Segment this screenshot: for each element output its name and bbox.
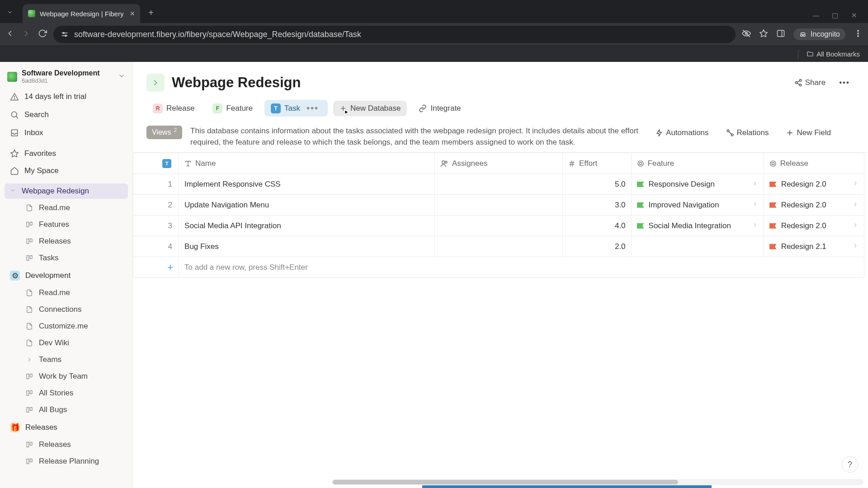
address-bar[interactable]: software-development.fibery.io/fibery/sp… (53, 26, 736, 43)
incognito-badge[interactable]: Incognito (793, 28, 845, 40)
back-icon[interactable] (5, 29, 14, 40)
task-name-cell[interactable]: Social Media API Integration (179, 216, 434, 236)
sidebar-item-all-bugs[interactable]: All Bugs (5, 402, 128, 418)
chevron-right-icon[interactable] (752, 201, 758, 210)
close-window-icon[interactable]: ✕ (850, 11, 858, 19)
sidebar-item-customize-me[interactable]: Customize.me (5, 319, 128, 334)
db-tab-task[interactable]: T Task ••• (264, 100, 328, 117)
feature-cell[interactable]: Improved Navigation (632, 195, 764, 215)
new-tab-button[interactable]: + (144, 5, 158, 20)
release-cell[interactable]: Redesign 2.1 (764, 236, 864, 257)
table-row[interactable]: 1 Implement Responsive CSS 5.0 Responsiv… (133, 174, 864, 195)
sidebar-space-development[interactable]: ⚙Development (5, 267, 128, 284)
sidebar-item-read-me[interactable]: Read.me (5, 285, 128, 300)
views-button[interactable]: Views 2 (146, 126, 182, 139)
sidebar-item-dev-wiki[interactable]: Dev Wiki (5, 335, 128, 351)
automations-button[interactable]: Automations (651, 126, 713, 140)
col-release-label: Release (780, 159, 808, 168)
col-header-feature[interactable]: Feature (631, 153, 764, 174)
col-header-assignees[interactable]: Assignees (435, 153, 563, 174)
sidebar-inbox[interactable]: Inbox (5, 125, 128, 141)
chevron-right-icon[interactable] (852, 180, 859, 189)
tab-search-dropdown[interactable] (5, 7, 15, 18)
table-row[interactable]: 2 Update Navigation Menu 3.0 Improved Na… (133, 195, 864, 216)
sidebar-space-releases[interactable]: 🎁Releases (5, 419, 128, 436)
effort-cell[interactable]: 2.0 (563, 236, 631, 257)
integrate-button[interactable]: Integrate (412, 101, 467, 116)
release-cell[interactable]: Redesign 2.0 (764, 174, 864, 194)
sidebar-item-connections[interactable]: Connections (5, 302, 128, 317)
table-row[interactable]: 4 Bug Fixes 2.0 Redesign 2.1 (133, 236, 864, 257)
task-name-cell[interactable]: Update Navigation Menu (179, 195, 434, 215)
db-tab-feature[interactable]: F Feature (206, 100, 259, 117)
database-description[interactable]: This database contains information about… (190, 126, 642, 148)
bookmark-star-icon[interactable] (759, 29, 768, 40)
feature-cell[interactable]: Responsive Design (632, 174, 764, 194)
feature-cell[interactable] (632, 236, 764, 257)
sidebar-item-tasks[interactable]: Tasks (5, 250, 128, 266)
col-header-name[interactable]: Name (179, 153, 435, 174)
sidebar-item-releases[interactable]: Releases (5, 234, 128, 249)
site-settings-icon[interactable] (61, 30, 69, 38)
feature-name: Improved Navigation (649, 201, 719, 210)
table-row[interactable]: 3 Social Media API Integration 4.0 Socia… (133, 216, 864, 236)
feature-cell[interactable]: Social Media Integration (632, 216, 764, 236)
close-tab-icon[interactable]: × (130, 9, 135, 19)
assignees-cell[interactable] (435, 195, 562, 215)
chevron-right-icon[interactable] (752, 221, 758, 230)
sidebar-item-work-by-team[interactable]: Work by Team (5, 369, 128, 384)
assignees-cell[interactable] (435, 174, 562, 194)
minimize-icon[interactable]: ― (812, 11, 820, 19)
new-row-plus[interactable]: + (133, 257, 179, 278)
col-header-release[interactable]: Release (764, 153, 864, 174)
release-cell[interactable]: Redesign 2.0 (764, 216, 864, 236)
page-menu-button[interactable]: ••• (835, 75, 854, 90)
side-panel-icon[interactable] (776, 29, 785, 40)
sidebar-item-teams[interactable]: Teams (5, 352, 128, 367)
assignees-cell[interactable] (435, 236, 562, 257)
assignees-cell[interactable] (435, 216, 562, 236)
browser-tab[interactable]: Webpage Redesign | Fibery × (23, 4, 140, 23)
sidebar-item-read-me[interactable]: Read.me (5, 200, 128, 216)
col-header-effort[interactable]: Effort (562, 153, 631, 174)
new-database-button[interactable]: New Database (333, 101, 407, 116)
sidebar-my-space[interactable]: My Space (5, 163, 128, 179)
help-fab[interactable]: ? (842, 456, 858, 473)
sidebar-item-releases[interactable]: Releases (5, 437, 128, 452)
new-field-button[interactable]: New Field (781, 126, 835, 140)
db-tab-release[interactable]: R Release (146, 100, 201, 117)
effort-cell[interactable]: 5.0 (563, 174, 631, 194)
task-name-cell[interactable]: Bug Fixes (179, 236, 434, 257)
task-tab-menu[interactable]: ••• (304, 103, 321, 113)
task-name-cell[interactable]: Implement Responsive CSS (179, 174, 434, 194)
all-bookmarks-button[interactable]: All Bookmarks (807, 50, 860, 58)
sidebar-item-release-planning[interactable]: Release Planning (5, 454, 128, 469)
chevron-right-icon[interactable] (752, 180, 758, 189)
chevron-right-icon[interactable] (852, 221, 859, 230)
maximize-icon[interactable]: ▢ (831, 11, 839, 19)
sidebar-search[interactable]: Search (5, 107, 128, 123)
release-cell[interactable]: Redesign 2.0 (764, 195, 864, 215)
sidebar-item-features[interactable]: Features (5, 217, 128, 232)
sidebar-favorites[interactable]: Favorites (5, 145, 128, 162)
reload-icon[interactable] (38, 29, 47, 40)
forward-icon[interactable] (22, 29, 31, 40)
page-expand-button[interactable] (146, 74, 165, 92)
share-button[interactable]: Share (790, 75, 830, 90)
horizontal-scrollbar[interactable] (332, 479, 863, 485)
new-row-cell[interactable]: To add a new row, press Shift+Enter (179, 257, 864, 278)
relations-button[interactable]: Relations (722, 126, 774, 140)
browser-menu-icon[interactable] (854, 29, 863, 40)
chevron-right-icon[interactable] (852, 201, 859, 210)
eye-slash-icon[interactable] (742, 29, 751, 40)
effort-cell[interactable]: 3.0 (563, 195, 631, 215)
chevron-right-icon[interactable] (852, 242, 859, 251)
chevron-down-icon[interactable] (10, 188, 17, 195)
sidebar-space-webpage-redesign[interactable]: Webpage Redesign (5, 183, 128, 199)
trial-notice[interactable]: 14 days left in trial (5, 89, 128, 105)
scrollbar-thumb[interactable] (333, 480, 678, 484)
effort-cell[interactable]: 4.0 (563, 216, 631, 236)
sidebar-item-all-stories[interactable]: All Stories (5, 385, 128, 401)
workspace-switcher[interactable]: Software Development 6ad8d3d1 (3, 66, 130, 88)
page-title[interactable]: Webpage Redesign (172, 75, 301, 91)
